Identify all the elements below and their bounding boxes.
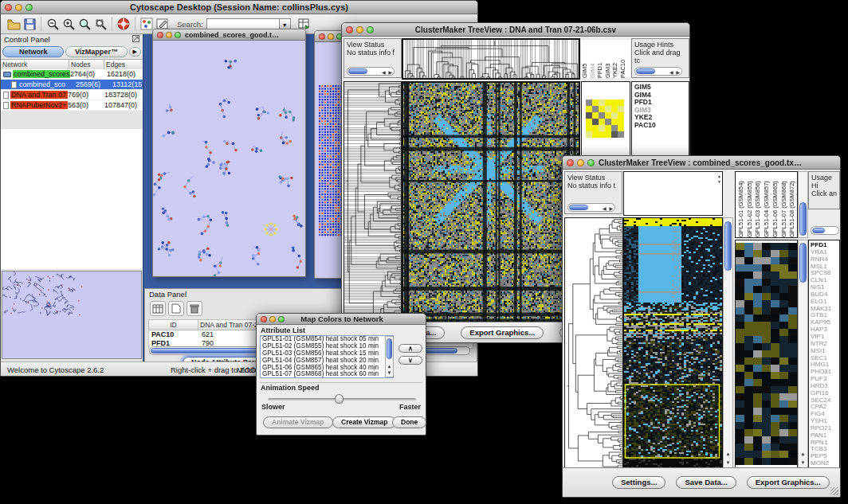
resize-grip[interactable] xyxy=(830,487,838,495)
gene-label[interactable]: GPI16 xyxy=(811,390,839,397)
minimize-icon[interactable] xyxy=(166,32,172,38)
control-panel-tab[interactable]: Network xyxy=(2,46,64,57)
gene-label[interactable]: BUD4 xyxy=(811,291,839,299)
tab-overflow-icon[interactable]: ▶ xyxy=(129,47,141,57)
close-icon[interactable] xyxy=(157,32,163,38)
tv2-column-label[interactable]: GPL51-02 (GSM855) xyxy=(746,172,755,237)
minimize-icon[interactable] xyxy=(328,33,334,40)
zoom-icon[interactable] xyxy=(367,26,374,33)
minimize-icon[interactable] xyxy=(269,316,276,322)
gene-label[interactable]: YRA1 xyxy=(811,249,839,256)
gene-label[interactable]: SPC98 xyxy=(811,270,839,277)
control-panel-tab[interactable]: VizMapper™ xyxy=(65,46,127,57)
tv1-column-label[interactable]: GIM4 xyxy=(589,40,597,78)
tv2-action-button[interactable]: Save Data... xyxy=(676,476,736,489)
gene-label[interactable]: RPN1 xyxy=(811,440,839,447)
network-table-row[interactable]: combined_sco 2569(6) 13112(15) xyxy=(1,80,143,90)
slider-thumb[interactable] xyxy=(335,394,344,404)
close-icon[interactable] xyxy=(261,316,267,322)
tv2-column-label[interactable]: GPL51-08 (GSM872) xyxy=(788,172,797,237)
help-lifering-icon[interactable] xyxy=(116,17,132,32)
network-overview[interactable] xyxy=(2,271,142,359)
move-down-button[interactable]: ∨ xyxy=(398,356,422,365)
animate-vizmap-button[interactable]: Animate Vizmap xyxy=(263,416,333,428)
tv2-status-hscrollbar[interactable]: ◀ ▶ xyxy=(567,203,615,212)
gene-label[interactable]: TCB3 xyxy=(811,446,839,453)
tv2-action-button[interactable]: Export Graphics... xyxy=(747,476,830,489)
zoom-icon[interactable] xyxy=(175,32,181,38)
gene-label[interactable]: MAK31 xyxy=(811,306,839,313)
gene-label[interactable]: RPO21 xyxy=(811,425,839,432)
close-icon[interactable] xyxy=(5,4,12,11)
tv1-status-hscrollbar[interactable]: ◀ ▶ xyxy=(347,67,395,76)
new-attribute-icon[interactable] xyxy=(168,301,184,316)
minimize-icon[interactable] xyxy=(356,26,363,33)
tv2-heatmap-vscrollbar[interactable]: ▲▼ xyxy=(723,217,733,469)
tv2-action-button[interactable]: Settings... xyxy=(612,476,665,489)
attribute-listbox[interactable]: GPL51-01 (GSM854) heat shock 05 minGPL51… xyxy=(260,335,394,378)
gene-label[interactable]: MON2 xyxy=(811,460,839,467)
gene-label[interactable]: FIG4 xyxy=(811,411,839,418)
main-title-bar[interactable]: Cytoscape Desktop (Session Name: collins… xyxy=(1,1,477,14)
tv1-heatmap[interactable] xyxy=(402,81,580,323)
tv1-column-label[interactable]: PFD1 xyxy=(596,40,604,78)
save-icon[interactable] xyxy=(22,17,37,32)
tv2-row-dendrogram[interactable] xyxy=(564,217,623,469)
zoom-icon[interactable] xyxy=(587,159,595,166)
gene-label[interactable]: PFD1 xyxy=(634,99,689,107)
close-icon[interactable] xyxy=(319,33,325,40)
tv1-action-button[interactable]: Export Graphics... xyxy=(461,326,544,339)
zoom-out-icon[interactable] xyxy=(45,17,61,32)
animation-speed-slider[interactable] xyxy=(268,398,416,400)
gene-label[interactable]: NTR2 xyxy=(811,341,839,348)
zoom-selected-icon[interactable] xyxy=(92,17,108,32)
tv2-heatmap[interactable] xyxy=(623,217,723,469)
tv1-column-label[interactable]: YKE2 xyxy=(611,40,619,78)
close-icon[interactable] xyxy=(346,26,353,33)
gene-label[interactable]: PAC10 xyxy=(634,122,689,130)
tv2-column-label[interactable]: GPL51-03 (GSM856) xyxy=(754,172,763,237)
tv1-similarity-matrix[interactable] xyxy=(586,100,624,138)
gene-label[interactable]: PAN1 xyxy=(811,432,839,440)
network-table-row[interactable]: combined_scores 2764(0) 16218(0) xyxy=(1,69,143,80)
tv2-zoom-vscrollbar[interactable]: ▲▼ xyxy=(798,240,808,469)
gene-label[interactable]: PHO81 xyxy=(811,369,839,376)
move-up-button[interactable]: ∧ xyxy=(398,344,422,353)
gene-label[interactable]: VIP1 xyxy=(811,334,839,341)
network-table-row[interactable]: RNAPuberNov2+ 563(0) 107847(0) xyxy=(1,100,143,111)
gene-label[interactable]: GIM4 xyxy=(634,92,689,100)
gene-label[interactable]: RNR4 xyxy=(811,256,839,264)
gene-label[interactable]: CLN1 xyxy=(811,277,839,284)
tv2-labels-vscrollbar[interactable] xyxy=(798,171,808,238)
table-mode-icon[interactable] xyxy=(150,301,166,316)
tv2-zoom-heatmap[interactable] xyxy=(735,240,798,469)
gene-label[interactable]: ELG1 xyxy=(811,299,839,306)
zoom-icon[interactable] xyxy=(278,316,285,322)
zoom-in-icon[interactable] xyxy=(61,17,77,32)
done-button[interactable]: Done xyxy=(392,416,426,428)
gene-label[interactable]: SEC24 xyxy=(811,397,839,404)
gene-label[interactable]: HRD3 xyxy=(811,383,839,390)
tv2-column-label[interactable]: GPL51-07 (GSM868) xyxy=(780,172,789,237)
tv1-column-label[interactable]: PAC10 xyxy=(619,40,627,78)
gene-label[interactable]: HAP3 xyxy=(811,326,839,334)
float-panel-icon[interactable] xyxy=(132,35,139,44)
gene-label[interactable]: PUF3 xyxy=(811,376,839,383)
minimize-icon[interactable] xyxy=(577,159,584,166)
gene-label[interactable]: YSH1 xyxy=(811,418,839,425)
gene-label[interactable]: CPA2 xyxy=(811,404,839,411)
gene-label[interactable]: SEC1 xyxy=(811,355,839,362)
create-vizmap-button[interactable]: Create Vizmap xyxy=(332,416,396,428)
network-canvas-1[interactable] xyxy=(153,41,305,276)
tv2-gene-list[interactable]: PFD1YRA1RNR4MSL1SPC98CLN1NIS1BUD4ELG1MAK… xyxy=(808,240,840,469)
tv2-column-dendrogram[interactable]: ▲▼ xyxy=(623,171,723,216)
gene-label[interactable]: NIS1 xyxy=(811,284,839,291)
close-icon[interactable] xyxy=(567,159,574,166)
tv1-row-dendrogram[interactable] xyxy=(344,81,402,323)
gene-label[interactable]: YKE2 xyxy=(634,114,689,122)
gene-label[interactable]: MSL1 xyxy=(811,264,839,271)
dialog-title-bar[interactable]: Map Colors to Network xyxy=(257,314,426,325)
gene-label[interactable]: HMG1 xyxy=(811,361,839,369)
gene-label[interactable]: KAP95 xyxy=(811,319,839,326)
delete-attribute-icon[interactable] xyxy=(186,301,202,316)
